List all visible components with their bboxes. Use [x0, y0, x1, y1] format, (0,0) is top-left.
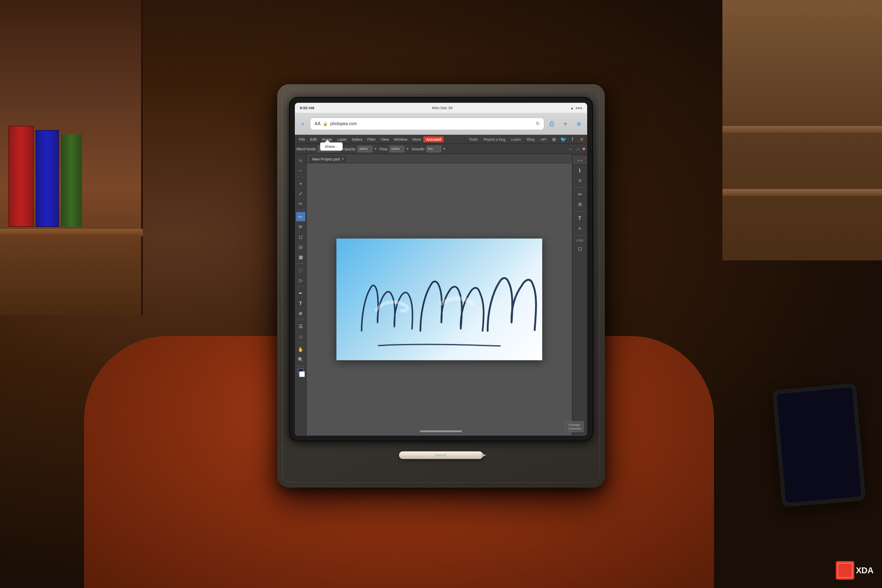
menu-file[interactable]: File: [297, 136, 308, 142]
menu-layer[interactable]: Layer: [335, 136, 349, 142]
foreground-color[interactable]: [298, 368, 304, 374]
tab-close-button[interactable]: ×: [342, 157, 344, 161]
background-ipad: [772, 383, 866, 507]
tool-brush[interactable]: ✏: [296, 212, 305, 221]
book-green: [61, 134, 82, 227]
close-x-icon[interactable]: ✕: [578, 135, 585, 143]
right-panel-brush-icon[interactable]: ✏: [575, 190, 585, 199]
menu-learn[interactable]: Learn: [509, 136, 523, 142]
tool-separator-2: [297, 210, 304, 210]
battery-indicator: 44%: [575, 106, 582, 110]
ipad-home-bar[interactable]: [420, 430, 462, 432]
book-blue: [36, 130, 59, 227]
safari-url-display: photopea.com: [330, 121, 357, 126]
status-time: 8:53 AM: [300, 106, 314, 110]
heart-icon[interactable]: ♥: [582, 146, 585, 152]
tool-separator-6: [297, 343, 304, 343]
toolbar-flow: Flow: ▼: [380, 145, 409, 152]
reddit-icon[interactable]: ⊕: [550, 135, 558, 143]
safari-share-button[interactable]: ⎙: [547, 118, 557, 129]
tool-dodge[interactable]: ▷: [296, 276, 305, 285]
tool-move[interactable]: ↔: [296, 166, 305, 175]
tool-selection[interactable]: ⊹: [296, 156, 305, 165]
tool-notes[interactable]: ☰: [296, 322, 305, 331]
right-panel: ◂ ▸ ℹ ≡ ✏ ⟰ T ⌖ CSS: [572, 154, 587, 436]
menu-api[interactable]: API: [538, 136, 549, 142]
right-panel-channels-icon[interactable]: ⟰: [575, 200, 585, 209]
flow-input[interactable]: [389, 145, 404, 152]
safari-actions: ⎙ + ⧉: [547, 118, 584, 129]
menu-account[interactable]: Account: [423, 136, 444, 142]
cabinet-shelf-2: [722, 189, 882, 196]
safari-aa-button[interactable]: AA: [315, 121, 320, 126]
canvas-tab[interactable]: New Project.psd ×: [308, 155, 348, 163]
safari-back-button[interactable]: ‹: [298, 119, 307, 128]
safari-reload-button[interactable]: ↻: [536, 121, 540, 126]
right-panel-info-icon[interactable]: ℹ: [575, 166, 585, 175]
smooth-dropdown-icon[interactable]: ▼: [443, 147, 446, 151]
tool-slice[interactable]: ✂: [296, 199, 305, 208]
tool-stamp[interactable]: ⟳: [296, 222, 305, 231]
ipad-device: 8:53 AM Mon Dec 30 ▲ 44% ‹ AA 🔒 photopea…: [289, 97, 593, 441]
menu-report-bug[interactable]: Report a bug: [481, 136, 507, 142]
tool-crop[interactable]: ⤢: [296, 189, 305, 198]
facebook-icon[interactable]: f: [569, 135, 576, 143]
twitter-icon[interactable]: 🐦: [559, 135, 567, 143]
right-panel-text-icon[interactable]: T: [575, 214, 585, 223]
menu-filter[interactable]: Filter: [365, 136, 378, 142]
safari-browser-chrome[interactable]: ‹ AA 🔒 photopea.com ↻ ⎙ + ⧉: [295, 113, 587, 135]
menu-edit[interactable]: Edit: [308, 136, 320, 142]
tool-zoom[interactable]: 🔍: [296, 355, 305, 364]
smooth-input[interactable]: [426, 145, 441, 152]
opacity-dropdown-icon[interactable]: ▼: [374, 147, 377, 151]
panel-collapse-icon[interactable]: ▸: [581, 158, 583, 162]
change-consent-button[interactable]: Change Consent: [565, 421, 584, 432]
opacity-input[interactable]: [357, 145, 373, 152]
tool-pen[interactable]: ✒: [296, 289, 305, 298]
canvas-drawing[interactable]: [336, 239, 542, 360]
tool-blur[interactable]: ◌: [296, 265, 305, 275]
wifi-icon: ▲: [570, 106, 574, 110]
safari-address-bar[interactable]: AA 🔒 photopea.com ↻: [310, 117, 544, 130]
right-panel-image-icon[interactable]: ◻: [575, 244, 585, 253]
menu-view[interactable]: View: [378, 136, 391, 142]
tool-hand[interactable]: ✋: [296, 345, 305, 354]
tool-type[interactable]: T: [296, 299, 305, 308]
menu-window[interactable]: Window: [391, 136, 410, 142]
right-panel-paths-icon[interactable]: ⌖: [575, 224, 585, 233]
background-color[interactable]: [299, 371, 305, 377]
lock-icon: 🔒: [323, 121, 328, 126]
menu-select[interactable]: Select: [349, 136, 365, 142]
status-right: ▲ 44%: [570, 106, 582, 110]
apple-pencil: [399, 452, 483, 459]
tool-gradient[interactable]: ▦: [296, 252, 305, 262]
safari-tabs-button[interactable]: ⧉: [574, 118, 584, 129]
canvas-artwork[interactable]: [336, 239, 542, 360]
photopea-menubar[interactable]: File Edit Image Layer Select Filter View…: [295, 135, 587, 144]
tool-eraser[interactable]: ◎: [296, 242, 305, 252]
tool-shape[interactable]: ⊕: [296, 309, 305, 318]
tool-eyedropper[interactable]: ⟤: [296, 332, 305, 341]
bookshelf-left: [0, 0, 143, 315]
toolbar-smooth: Smooth: ▼: [412, 145, 446, 152]
brush-direction-right-icon[interactable]: →: [575, 146, 580, 152]
xda-logo-box: [836, 561, 854, 580]
right-panel-css-label[interactable]: CSS: [575, 238, 584, 243]
smooth-label: Smooth:: [412, 147, 425, 151]
flow-dropdown-icon[interactable]: ▼: [406, 147, 409, 151]
cabinet-shelf: [722, 126, 882, 133]
canvas-tab-bar[interactable]: New Project.psd ×: [307, 154, 572, 163]
safari-add-tab-button[interactable]: +: [560, 118, 570, 129]
menu-blog[interactable]: Blog: [525, 136, 536, 142]
book-red: [8, 126, 34, 227]
brush-direction-left-icon[interactable]: ←: [568, 146, 573, 152]
canvas-container[interactable]: [307, 163, 572, 436]
tool-lasso[interactable]: ⌖: [296, 179, 305, 188]
panel-expand-icon[interactable]: ◂: [578, 158, 579, 162]
menu-tools[interactable]: Tools: [467, 136, 480, 142]
photopea-app: File Edit Image Layer Select Filter View…: [295, 135, 587, 436]
bg-ipad-screen: [777, 388, 861, 503]
tool-history-brush[interactable]: ◻: [296, 232, 305, 242]
menu-more[interactable]: More: [410, 136, 424, 142]
right-panel-layers-icon[interactable]: ≡: [575, 176, 585, 185]
